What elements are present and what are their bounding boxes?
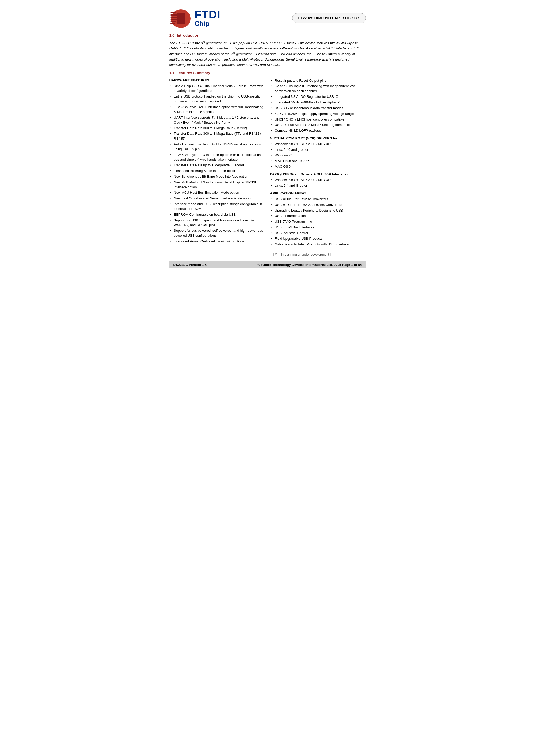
- list-item: New MCU Host Bus Emulation Mode option: [169, 190, 265, 195]
- vcp-features-list: Windows 98 / 98 SE / 2000 / ME / XP Linu…: [270, 142, 366, 169]
- list-item: Support for USB Suspend and Resume condi…: [169, 218, 265, 228]
- list-item: USB Bulk or Isochronous data transfer mo…: [270, 106, 366, 111]
- list-item: USB Industrial Control: [270, 231, 366, 236]
- list-item: MAC OS-X: [270, 164, 366, 169]
- list-item: Reset input and Reset Output pins: [270, 78, 366, 83]
- list-item: Windows 98 / 98 SE / 2000 / ME / XP: [270, 178, 366, 183]
- hw-features-title: HARDWARE FEATURES: [169, 78, 265, 82]
- d2xx-features-list: Windows 98 / 98 SE / 2000 / ME / XP Linu…: [270, 178, 366, 188]
- footer-bar: DS2232C Version 1.4 © Future Technology …: [169, 261, 366, 268]
- list-item: Transfer Data Rate up to 1 MegaByte / Se…: [169, 163, 265, 168]
- list-item: Transfer Data Rate 300 to 3 Mega Baud (T…: [169, 131, 265, 141]
- list-item: USB ⇔Dual Port RS232 Converters: [270, 197, 366, 202]
- ftdi-logo-graphic: [169, 8, 193, 28]
- list-item: Linux 2.4 and Greater: [270, 183, 366, 188]
- d2xx-title: D2XX (USB Direct Drivers + DLL S/W Inter…: [270, 172, 366, 176]
- header-badge: FT2232C Dual USB UART / FIFO I.C.: [292, 13, 366, 23]
- right-column: Reset input and Reset Output pins 5V and…: [270, 78, 366, 257]
- page-header: FTDI Chip FT2232C Dual USB UART / FIFO I…: [169, 8, 366, 28]
- footnote: [ ** = In planning or under development …: [270, 252, 334, 257]
- list-item: Windows CE: [270, 153, 366, 158]
- intro-paragraph: The FT2232C is the 3rd generation of FTD…: [169, 40, 366, 68]
- list-item: Interface mode and USB Description strin…: [169, 202, 265, 212]
- app-areas-title: APPLICATION AREAS: [270, 191, 366, 195]
- vcp-title: VIRTUAL COM PORT (VCP) DRIVERS for: [270, 136, 366, 140]
- list-item: MAC OS-8 and OS-9**: [270, 159, 366, 164]
- list-item: Compact 48-LD LQFP package: [270, 128, 366, 133]
- section-11-title: 1.1 Features Summary: [169, 71, 366, 76]
- list-item: Windows 98 / 98 SE / 2000 / ME / XP: [270, 142, 366, 147]
- list-item: 4.35V to 5.25V single supply operating v…: [270, 112, 366, 116]
- svg-rect-5: [170, 21, 176, 22]
- logo-chip-text: Chip: [195, 20, 210, 27]
- list-item: Auto Transmit Enable control for RS485 s…: [169, 142, 265, 152]
- list-item: FT245BM-style FIFO interface option with…: [169, 152, 265, 162]
- svg-rect-2: [170, 14, 177, 15]
- logo-area: FTDI Chip: [169, 8, 221, 28]
- list-item: Entire USB protocol handled on the chip.…: [169, 94, 265, 104]
- footer-center: © Future Technology Devices Internationa…: [257, 263, 362, 267]
- list-item: Enhanced Bit-Bang Mode interface option: [169, 169, 265, 174]
- right-hw-features-list: Reset input and Reset Output pins 5V and…: [270, 78, 366, 133]
- list-item: New Synchronous Bit-Bang Mode interface …: [169, 174, 265, 179]
- list-item: UART Interface supports 7 / 8 bit data, …: [169, 115, 265, 125]
- footer-left: DS2232C Version 1.4: [173, 263, 207, 267]
- list-item: Field Upgradable USB Products: [270, 236, 366, 241]
- left-column: HARDWARE FEATURES Single Chip USB ⇔ Dual…: [169, 78, 265, 257]
- left-features-list: Single Chip USB ⇔ Dual Channel Serial / …: [169, 84, 265, 244]
- list-item: Integrated 6MHz – 48Mhz clock multiplier…: [270, 100, 366, 105]
- svg-rect-7: [177, 13, 185, 24]
- logo-ftdi-text: FTDI: [195, 9, 221, 20]
- svg-rect-6: [170, 23, 175, 24]
- list-item: Galvanically Isolated Products with USB …: [270, 242, 366, 247]
- list-item: USB ⇔ Dual Port RS422 / RS485 Converters: [270, 202, 366, 207]
- list-item: New Multi-Protocol Synchronous Serial En…: [169, 180, 265, 190]
- list-item: Upgrading Legacy Peripheral Designs to U…: [270, 208, 366, 213]
- list-item: Integrated Power-On-Reset circuit, with …: [169, 239, 265, 244]
- list-item: Support for bus powered, self powered, a…: [169, 229, 265, 238]
- list-item: FT232BM-style UART interface option with…: [169, 105, 265, 115]
- list-item: Transfer Data Rate 300 to 1 Mega Baud (R…: [169, 126, 265, 131]
- list-item: Single Chip USB ⇔ Dual Channel Serial / …: [169, 84, 265, 94]
- features-two-col: HARDWARE FEATURES Single Chip USB ⇔ Dual…: [169, 78, 366, 257]
- list-item: USB to SPI Bus Interfaces: [270, 225, 366, 230]
- list-item: USB JTAG Programming: [270, 219, 366, 224]
- list-item: 5V and 3.3V logic IO Interfacing with in…: [270, 84, 366, 94]
- logo-text: FTDI Chip: [195, 9, 221, 27]
- app-features-list: USB ⇔Dual Port RS232 Converters USB ⇔ Du…: [270, 197, 366, 247]
- list-item: Integrated 3.3V LDO Regulator for USB IO: [270, 94, 366, 99]
- list-item: Linux 2.40 and greater: [270, 148, 366, 152]
- list-item: New Fast Opto-Isolated Serial Interface …: [169, 196, 265, 201]
- list-item: USB 2.0 Full Speed (12 Mbits / Second) c…: [270, 122, 366, 127]
- svg-rect-4: [170, 19, 177, 20]
- list-item: UHCI / OHCI / EHCI host controller compa…: [270, 117, 366, 122]
- list-item: USB Instrumentation: [270, 214, 366, 219]
- svg-rect-3: [170, 16, 178, 17]
- section-1-title: 1.0 Introduction: [169, 33, 366, 38]
- list-item: EEPROM Configurable on board via USB: [169, 212, 265, 217]
- svg-rect-1: [170, 13, 176, 14]
